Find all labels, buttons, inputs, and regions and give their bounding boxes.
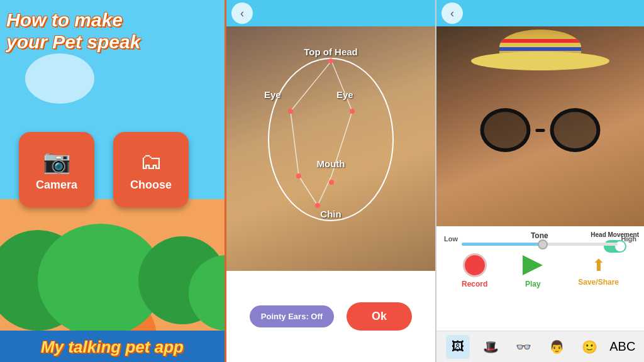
play-button[interactable]: Play [523, 253, 543, 288]
mouth-left-dot[interactable] [296, 173, 301, 178]
title-line1: How to make [6, 9, 140, 31]
topbar-panel2: ‹ [226, 0, 435, 26]
tone-slider-thumb[interactable] [538, 239, 548, 250]
head-movement-box: Head Movement [591, 231, 639, 253]
top-head-dot[interactable] [328, 58, 333, 63]
play-label: Play [525, 280, 541, 288]
eye-right-dot[interactable] [350, 109, 355, 114]
title-line2: your Pet speak [6, 31, 140, 53]
camera-label: Camera [36, 178, 77, 192]
tone-slider-track[interactable] [462, 243, 618, 246]
icon-bar-smile[interactable]: 🙂 [577, 335, 601, 359]
record-label: Record [462, 280, 487, 288]
icon-bar: 🖼 🎩 👓 👨 🙂 ABC [436, 331, 644, 362]
ok-label: Ok [372, 310, 387, 322]
controls-row: Pointy Ears: Off Ok [250, 302, 412, 331]
face-oval[interactable] [268, 58, 394, 221]
save-button[interactable]: ⬆ Save/Share [578, 256, 619, 287]
record-button[interactable]: Record [462, 253, 487, 288]
sombrero-brim [471, 52, 609, 70]
record-icon [463, 253, 487, 277]
glass-bridge [536, 129, 545, 132]
icon-bar-mustache[interactable]: 👨 [545, 335, 569, 359]
controls-panel3: Head Movement Low Tone High Record [436, 226, 644, 331]
chin-label: Chin [320, 209, 341, 219]
title-block: How to make your Pet speak [6, 9, 140, 53]
speech-bubble-decoration [25, 53, 94, 104]
chin-dot[interactable] [315, 203, 320, 208]
pointy-ears-label: Pointy Ears: Off [261, 312, 323, 321]
camera-icon: 📷 [43, 148, 71, 175]
eye-left-dot[interactable] [288, 109, 293, 114]
bottom-controls-panel2: Pointy Ears: Off Ok [226, 271, 435, 362]
icon-bar-text[interactable]: ABC [611, 335, 635, 359]
photos-icon: 🗂 [140, 148, 162, 175]
save-label: Save/Share [578, 278, 619, 287]
glasses-accessory [480, 108, 601, 152]
sombrero-stripe-blue [499, 47, 581, 51]
mouth-label: Mouth [317, 158, 345, 169]
panel-intro: How to make your Pet speak 📷 Camera 🗂 Ch… [0, 0, 226, 362]
play-icon [523, 255, 543, 275]
icon-bar-glasses[interactable]: 👓 [512, 335, 536, 359]
action-buttons: 📷 Camera 🗂 Choose [19, 132, 189, 207]
topbar-panel3: ‹ [436, 0, 644, 26]
back-button-panel3[interactable]: ‹ [441, 3, 463, 24]
panel-result: ‹ Head Movement Low [436, 0, 644, 362]
choose-label: Choose [130, 178, 172, 192]
eye-right-label: Eye [336, 89, 353, 100]
hills-decoration [0, 243, 225, 318]
back-button-panel2[interactable]: ‹ [231, 3, 253, 24]
action-row: Record Play ⬆ Save/Share [444, 253, 636, 288]
bottom-title-text: My talking pet app [41, 337, 184, 356]
mouth-right-dot[interactable] [329, 180, 334, 185]
sombrero-stripe-red [499, 39, 581, 43]
panel-face-align: ‹ Top of Head Eye Eye Mouth Chin [226, 0, 436, 362]
glass-left [480, 108, 531, 152]
top-of-head-label: Top of Head [304, 47, 358, 57]
glass-right [550, 108, 601, 152]
back-icon-panel3: ‹ [450, 7, 454, 20]
tone-title: Tone [531, 231, 548, 240]
low-label: Low [444, 235, 458, 243]
eye-left-label: Eye [264, 89, 281, 100]
save-icon: ⬆ [592, 256, 606, 275]
icon-bar-photo[interactable]: 🖼 [446, 335, 470, 359]
dog-photo-panel3 [436, 26, 644, 228]
pointy-ears-button[interactable]: Pointy Ears: Off [250, 305, 334, 327]
ok-button[interactable]: Ok [347, 302, 412, 331]
choose-button[interactable]: 🗂 Choose [113, 132, 189, 207]
head-movement-label: Head Movement [591, 231, 639, 238]
dog-photo-panel2: Top of Head Eye Eye Mouth Chin [226, 26, 435, 272]
head-movement-toggle[interactable] [604, 240, 626, 253]
icon-bar-hat[interactable]: 🎩 [479, 335, 502, 359]
back-icon-panel2: ‹ [240, 7, 244, 20]
bottom-title-block: My talking pet app [0, 337, 225, 357]
camera-button[interactable]: 📷 Camera [19, 132, 94, 207]
tone-slider-fill [462, 243, 547, 246]
